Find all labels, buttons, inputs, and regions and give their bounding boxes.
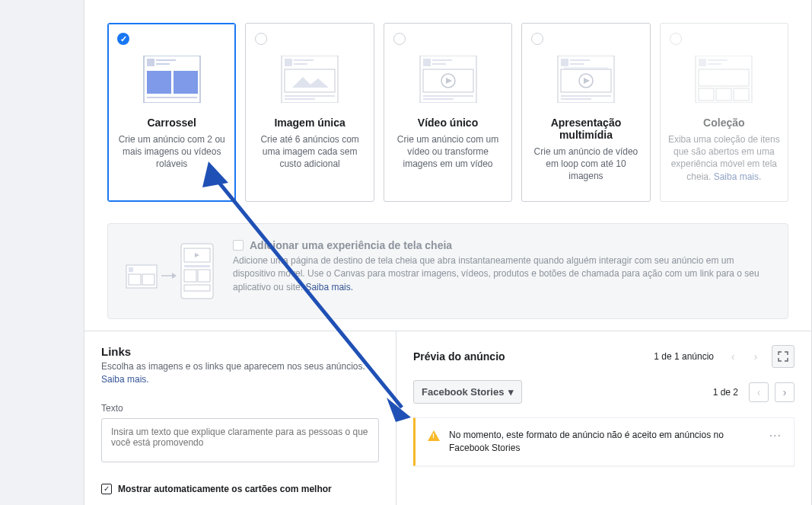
- svg-marker-47: [172, 273, 177, 279]
- preview-count-bottom: 1 de 2: [713, 387, 738, 398]
- svg-rect-17: [432, 59, 452, 61]
- svg-rect-33: [561, 98, 591, 100]
- svg-rect-9: [294, 59, 314, 61]
- svg-rect-51: [184, 265, 210, 267]
- svg-rect-32: [561, 95, 611, 97]
- svg-rect-6: [147, 97, 197, 98]
- format-card-apresentacao[interactable]: Apresentação multimídia Crie um anúncio …: [521, 23, 650, 202]
- format-title: Vídeo único: [392, 117, 504, 129]
- prev-placement-button[interactable]: ‹: [749, 382, 769, 402]
- radio-icon: [393, 33, 406, 45]
- svg-rect-4: [147, 71, 171, 94]
- svg-rect-14: [285, 98, 315, 100]
- preview-count-top: 1 de 1 anúncio: [654, 351, 714, 362]
- links-panel: Links Escolha as imagens e os links que …: [84, 331, 396, 505]
- texto-label: Texto: [101, 403, 379, 414]
- format-thumb-image: [274, 56, 345, 106]
- warning-icon: [428, 430, 440, 441]
- format-desc: Crie um anúncio com 2 ou mais imagens ou…: [116, 133, 228, 171]
- fullscreen-experience-box: Adicionar uma experiência de tela cheia …: [107, 223, 788, 319]
- format-thumb-collection: [688, 56, 759, 106]
- learn-more-link[interactable]: Saiba mais.: [305, 282, 353, 292]
- radio-checked-icon: [117, 33, 129, 45]
- format-desc: Exiba uma coleção de itens que são abert…: [668, 133, 780, 183]
- links-title: Links: [101, 345, 379, 358]
- svg-rect-36: [708, 59, 728, 61]
- format-title: Imagem única: [253, 117, 365, 129]
- format-desc: Crie um anúncio de vídeo em loop com até…: [530, 145, 642, 183]
- format-card-video-unico[interactable]: Vídeo único Crie um anúncio com um vídeo…: [384, 23, 512, 202]
- format-card-imagem-unica[interactable]: Imagem única Crie até 6 anúncios com uma…: [245, 23, 374, 202]
- radio-icon: [531, 33, 543, 45]
- svg-rect-3: [156, 63, 170, 65]
- fullscreen-thumb: [125, 239, 216, 303]
- svg-rect-2: [156, 59, 176, 61]
- format-card-carrossel[interactable]: Carrossel Crie um anúncio com 2 ou mais …: [107, 23, 236, 202]
- format-thumb-slideshow: [550, 56, 622, 106]
- more-options-button[interactable]: ···: [769, 429, 782, 443]
- preview-title: Prévia do anúncio: [413, 350, 654, 363]
- learn-more-link[interactable]: Saiba mais.: [101, 374, 149, 385]
- svg-rect-5: [174, 71, 198, 94]
- chevron-down-icon: ▾: [508, 386, 514, 398]
- placement-label: Facebook Stories: [422, 386, 504, 398]
- radio-icon: [670, 33, 682, 45]
- svg-rect-43: [129, 267, 133, 272]
- mostrar-label: Mostrar automaticamente os cartões com m…: [118, 484, 332, 494]
- format-thumb-carousel: [136, 56, 208, 106]
- placement-dropdown[interactable]: Facebook Stories ▾: [413, 380, 522, 404]
- next-ad-button[interactable]: ›: [747, 348, 764, 365]
- svg-rect-1: [147, 59, 154, 66]
- svg-rect-37: [708, 63, 721, 65]
- expand-preview-button[interactable]: [772, 345, 794, 368]
- svg-rect-8: [285, 59, 292, 66]
- links-subtitle: Escolha as imagens e os links que aparec…: [101, 360, 379, 386]
- svg-rect-18: [432, 63, 446, 65]
- format-title: Apresentação multimídia: [530, 117, 642, 141]
- format-desc: Crie um anúncio com um vídeo ou transfor…: [392, 133, 504, 171]
- format-title: Carrossel: [116, 117, 228, 129]
- fullscreen-desc: Adicione uma página de destino de tela c…: [233, 254, 771, 294]
- texto-input[interactable]: [101, 418, 379, 462]
- svg-rect-23: [423, 98, 454, 100]
- format-thumb-video: [412, 56, 484, 106]
- svg-rect-13: [285, 95, 335, 97]
- svg-rect-16: [423, 59, 431, 66]
- svg-rect-22: [423, 95, 473, 97]
- format-card-colecao: Coleção Exiba uma coleção de itens que s…: [660, 23, 788, 202]
- svg-rect-26: [570, 59, 590, 61]
- warning-text: No momento, este formato de anúncio não …: [449, 429, 760, 455]
- format-panel: Carrossel Crie um anúncio com 2 ou mais …: [84, 0, 812, 343]
- format-grid: Carrossel Crie um anúncio com 2 ou mais …: [84, 0, 811, 223]
- svg-rect-10: [294, 63, 307, 65]
- svg-rect-27: [570, 63, 584, 65]
- prev-ad-button[interactable]: ‹: [724, 348, 741, 365]
- preview-panel: Prévia do anúncio 1 de 1 anúncio ‹ › Fac…: [396, 331, 812, 505]
- format-title: Coleção: [668, 117, 780, 129]
- fullscreen-checkbox[interactable]: [233, 240, 244, 251]
- learn-more-link[interactable]: Saiba mais.: [714, 171, 762, 182]
- mostrar-checkbox[interactable]: ✓: [101, 484, 112, 494]
- fullscreen-title: Adicionar uma experiência de tela cheia: [250, 239, 452, 251]
- svg-rect-48: [181, 244, 213, 299]
- format-desc: Crie até 6 anúncios com uma imagem cada …: [253, 133, 365, 171]
- svg-rect-35: [699, 59, 706, 66]
- warning-box: No momento, este formato de anúncio não …: [413, 417, 794, 466]
- svg-rect-25: [561, 59, 568, 66]
- next-placement-button[interactable]: ›: [775, 382, 794, 402]
- radio-icon: [255, 33, 267, 45]
